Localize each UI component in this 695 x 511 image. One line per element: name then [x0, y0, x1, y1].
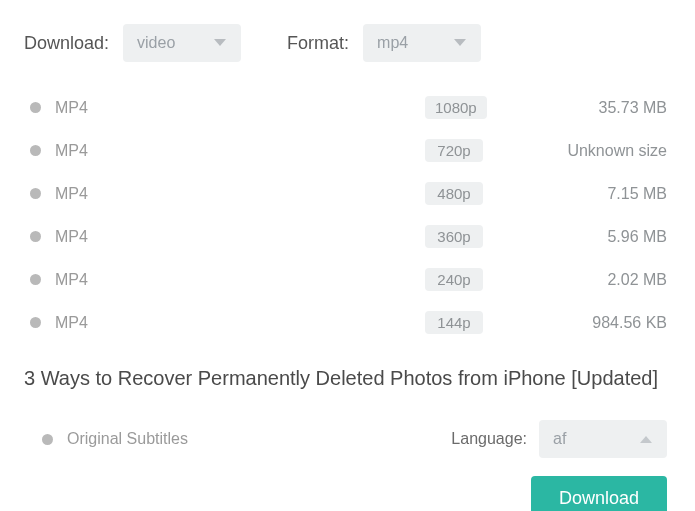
resolution-badge: 720p: [425, 139, 483, 162]
language-select[interactable]: af: [539, 420, 667, 458]
list-item[interactable]: MP4 1080p 35.73 MB: [24, 86, 667, 129]
format-cell: MP4: [55, 314, 425, 332]
list-item[interactable]: MP4 240p 2.02 MB: [24, 258, 667, 301]
format-label: Format:: [287, 33, 349, 54]
format-list: MP4 1080p 35.73 MB MP4 720p Unknown size…: [24, 86, 667, 344]
download-type-value: video: [137, 34, 175, 52]
language-value: af: [553, 430, 566, 448]
page-title: 3 Ways to Recover Permanently Deleted Ph…: [24, 364, 667, 392]
format-cell: MP4: [55, 99, 425, 117]
chevron-down-icon: [453, 38, 467, 48]
resolution-badge: 480p: [425, 182, 483, 205]
resolution-badge: 144p: [425, 311, 483, 334]
bullet-icon: [30, 317, 41, 328]
format-cell: MP4: [55, 185, 425, 203]
list-item[interactable]: MP4 480p 7.15 MB: [24, 172, 667, 215]
size-cell: 7.15 MB: [547, 185, 667, 203]
resolution-badge: 240p: [425, 268, 483, 291]
download-button[interactable]: Download: [531, 476, 667, 511]
download-label: Download:: [24, 33, 109, 54]
list-item[interactable]: MP4 360p 5.96 MB: [24, 215, 667, 258]
size-cell: 35.73 MB: [547, 99, 667, 117]
chevron-down-icon: [213, 38, 227, 48]
format-value: mp4: [377, 34, 408, 52]
list-item[interactable]: MP4 144p 984.56 KB: [24, 301, 667, 344]
size-cell: Unknown size: [547, 142, 667, 160]
format-cell: MP4: [55, 228, 425, 246]
bullet-icon: [30, 274, 41, 285]
subtitles-row: Original Subtitles Language: af: [24, 420, 667, 458]
resolution-badge: 1080p: [425, 96, 487, 119]
bullet-icon: [30, 102, 41, 113]
chevron-up-icon: [639, 434, 653, 444]
bullet-icon: [42, 434, 53, 445]
size-cell: 2.02 MB: [547, 271, 667, 289]
format-cell: MP4: [55, 142, 425, 160]
format-cell: MP4: [55, 271, 425, 289]
options-bar: Download: video Format: mp4: [24, 24, 667, 62]
resolution-badge: 360p: [425, 225, 483, 248]
bullet-icon: [30, 145, 41, 156]
download-type-select[interactable]: video: [123, 24, 241, 62]
subtitles-label: Original Subtitles: [67, 430, 188, 448]
language-label: Language:: [451, 430, 527, 448]
size-cell: 984.56 KB: [547, 314, 667, 332]
bullet-icon: [30, 188, 41, 199]
format-select[interactable]: mp4: [363, 24, 481, 62]
actions-row: Download: [24, 476, 667, 511]
bullet-icon: [30, 231, 41, 242]
size-cell: 5.96 MB: [547, 228, 667, 246]
list-item[interactable]: MP4 720p Unknown size: [24, 129, 667, 172]
